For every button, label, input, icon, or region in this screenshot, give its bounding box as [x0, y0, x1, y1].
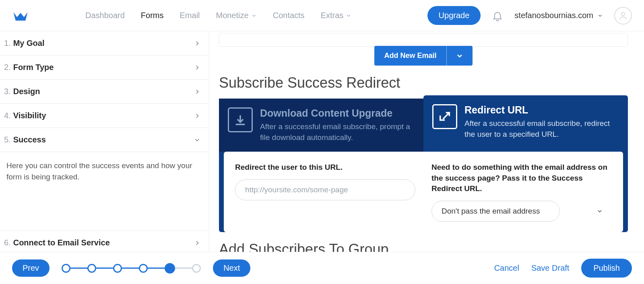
avatar[interactable] — [614, 7, 632, 25]
upgrade-button[interactable]: Upgrade — [427, 6, 481, 25]
redirect-url-input[interactable] — [235, 179, 415, 200]
redirect-url-label: Redirect the user to this URL. — [235, 162, 415, 173]
step-success-description: Here you can control the success events … — [0, 152, 209, 230]
account-name: stefanosbournias.com — [514, 11, 593, 20]
add-new-email-button[interactable]: Add New Email — [374, 46, 446, 66]
prev-button[interactable]: Prev — [12, 259, 50, 277]
chevron-down-icon — [251, 13, 257, 19]
chevron-down-icon — [597, 208, 603, 214]
chevron-right-icon — [194, 239, 201, 247]
pass-email-label: Need to do something with the email addr… — [431, 162, 612, 194]
step-label: Visibility — [13, 111, 46, 120]
step-number: 6. — [4, 238, 11, 247]
stepper-dot-1[interactable] — [62, 264, 70, 273]
pass-email-select[interactable]: Don't pass the email address — [431, 201, 560, 222]
download-icon — [228, 107, 253, 132]
wizard-stepper — [62, 263, 201, 274]
account-menu[interactable]: stefanosbournias.com — [514, 11, 603, 20]
step-number: 1. — [4, 39, 11, 48]
stepper-dot-2[interactable] — [87, 264, 96, 273]
step-label: Success — [13, 135, 46, 144]
steps-sidebar: 1.My Goal 2.Form Type 3.Design 4.Visibil… — [0, 31, 209, 252]
redirect-card: Download Content Upgrade After a success… — [219, 99, 628, 232]
chevron-down-icon — [346, 13, 351, 19]
svg-point-0 — [621, 12, 625, 16]
step-number: 5. — [4, 135, 11, 144]
section-title-redirect: Subscribe Success Redirect — [219, 74, 628, 91]
main-content: Add New Email Subscribe Success Redirect… — [209, 31, 644, 252]
section-title-group: Add Subscribers To Group — [219, 241, 628, 252]
tab-download-title: Download Content Upgrade — [260, 107, 415, 119]
step-number: 2. — [4, 63, 11, 72]
stepper-dot-4[interactable] — [139, 264, 148, 273]
add-email-dropdown-button[interactable] — [447, 46, 473, 66]
chevron-right-icon — [194, 40, 201, 47]
stepper-dot-3[interactable] — [113, 264, 122, 273]
step-label: Design — [13, 87, 40, 96]
stepper-dot-6[interactable] — [192, 264, 201, 273]
chevron-down-icon — [194, 136, 201, 144]
nav-extras[interactable]: Extras — [321, 11, 352, 20]
publish-button[interactable]: Publish — [581, 259, 632, 278]
step-label: Form Type — [13, 63, 54, 72]
step-label: My Goal — [13, 39, 45, 48]
nav-dashboard[interactable]: Dashboard — [85, 11, 125, 20]
nav-extras-label: Extras — [321, 11, 344, 20]
tab-redirect-desc: After a successful email subscribe, redi… — [464, 118, 619, 140]
add-email-split-button: Add New Email — [374, 46, 472, 66]
step-number: 3. — [4, 87, 11, 96]
app-logo[interactable] — [12, 7, 29, 24]
tab-redirect-url[interactable]: Redirect URL After a successful email su… — [423, 95, 628, 148]
nav-monetize[interactable]: Monetize — [216, 11, 257, 20]
chevron-right-icon — [194, 112, 201, 119]
chevron-right-icon — [194, 64, 201, 71]
redirect-icon — [432, 104, 457, 129]
email-list-placeholder — [219, 33, 628, 47]
save-draft-button[interactable]: Save Draft — [531, 263, 569, 273]
chevron-down-icon — [597, 13, 603, 19]
tab-download-desc: After a successful email subscribe, prom… — [260, 121, 415, 143]
nav-monetize-label: Monetize — [216, 11, 249, 20]
step-my-goal[interactable]: 1.My Goal — [0, 31, 209, 56]
notifications-icon[interactable] — [492, 10, 503, 21]
cancel-button[interactable]: Cancel — [494, 263, 519, 273]
chevron-right-icon — [194, 88, 201, 95]
nav-email[interactable]: Email — [180, 11, 200, 20]
step-visibility[interactable]: 4.Visibility — [0, 104, 209, 128]
step-design[interactable]: 3.Design — [0, 80, 209, 104]
step-number: 4. — [4, 111, 11, 120]
main-nav: Dashboard Forms Email Monetize Contacts … — [85, 11, 427, 20]
stepper-dot-5-current[interactable] — [165, 263, 175, 274]
step-label: Connect to Email Service — [13, 238, 110, 247]
tab-download-content-upgrade[interactable]: Download Content Upgrade After a success… — [219, 99, 423, 152]
step-connect-email-service[interactable]: 6.Connect to Email Service — [0, 230, 209, 252]
next-button[interactable]: Next — [213, 259, 250, 277]
nav-forms[interactable]: Forms — [141, 11, 164, 20]
nav-contacts[interactable]: Contacts — [273, 11, 305, 20]
step-form-type[interactable]: 2.Form Type — [0, 56, 209, 80]
tab-redirect-title: Redirect URL — [464, 104, 619, 116]
step-success[interactable]: 5.Success — [0, 128, 209, 152]
